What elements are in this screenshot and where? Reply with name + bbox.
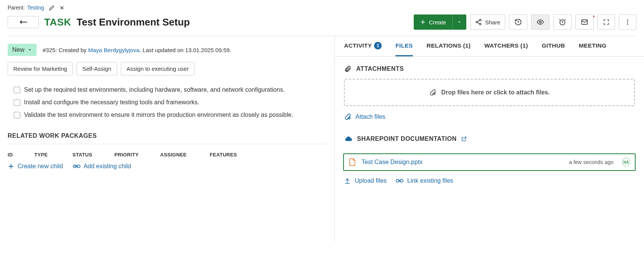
checklist-text: Install and configure the necessary test… [24, 98, 199, 107]
cloud-icon [344, 135, 352, 143]
checklist-item[interactable]: Install and configure the necessary test… [14, 98, 327, 107]
attachments-header: ATTACHMENTS [344, 65, 635, 73]
reminder-button[interactable] [553, 14, 572, 30]
tab-meeting[interactable]: MEETING [579, 36, 607, 56]
link-icon [73, 164, 80, 169]
create-dropdown-icon[interactable] [452, 14, 466, 30]
kebab-icon [624, 19, 631, 26]
review-button[interactable]: Review for Marketing [8, 62, 73, 75]
expand-icon [603, 19, 610, 26]
svg-point-2 [479, 23, 481, 25]
back-button[interactable] [8, 16, 39, 28]
svg-point-0 [479, 19, 481, 21]
create-button[interactable]: Create [414, 14, 466, 30]
self-assign-button[interactable]: Self-Assign [77, 62, 117, 75]
col-type: TYPE [34, 152, 72, 158]
more-button[interactable] [619, 14, 636, 30]
link-icon [396, 178, 403, 184]
activity-count-badge: 1 [374, 42, 382, 49]
edit-parent-icon[interactable] [49, 5, 55, 11]
checklist-item[interactable]: Validate the test environment to ensure … [14, 110, 327, 120]
work-package-title[interactable]: Test Environment Setup [77, 16, 190, 28]
parent-link[interactable]: Testing [27, 5, 44, 11]
upload-files-link[interactable]: Upload files [344, 177, 387, 185]
description-checklist: Set up the required test environments, i… [8, 85, 327, 120]
powerpoint-file-icon [348, 158, 356, 166]
attachment-dropzone[interactable]: Drop files here or click to attach files… [344, 79, 635, 106]
watch-button[interactable] [531, 14, 549, 30]
share-icon [475, 19, 482, 26]
add-existing-child-link[interactable]: Add existing child [73, 163, 131, 170]
related-header: RELATED WORK PACKAGES [8, 132, 327, 144]
file-name[interactable]: Test Case Design.pptx [361, 159, 564, 166]
checkbox-icon[interactable] [14, 99, 20, 106]
tab-relations[interactable]: RELATIONS (1) [427, 36, 471, 56]
clock-icon [559, 18, 566, 26]
checklist-item[interactable]: Set up the required test environments, i… [14, 85, 327, 95]
svg-point-3 [540, 21, 541, 23]
sharepoint-header: SHAREPOINT DOCUMENTATION [344, 135, 635, 143]
mail-icon [581, 18, 588, 26]
tab-files[interactable]: FILES [395, 36, 413, 56]
checklist-text: Validate the test environment to ensure … [24, 110, 293, 120]
assign-executing-user-button[interactable]: Assign to executing user [121, 62, 194, 75]
file-timestamp: a few seconds ago [569, 159, 613, 165]
tab-watchers[interactable]: WATCHERS (1) [484, 36, 528, 56]
create-label: Create [429, 19, 446, 26]
parent-breadcrumb: Parent: Testing [8, 5, 636, 11]
status-value: New [12, 46, 24, 53]
col-id: ID [8, 152, 34, 158]
related-column-headers: ID TYPE STATUS PRIORITY ASSIGNEE FEATURE… [8, 147, 327, 163]
fullscreen-button[interactable] [597, 14, 615, 30]
work-package-type: TASK [44, 16, 71, 28]
notification-button[interactable] [575, 14, 594, 30]
share-button[interactable]: Share [470, 14, 505, 30]
status-dropdown[interactable]: New [8, 44, 37, 56]
col-status: STATUS [72, 152, 114, 158]
meta-info: #325: Created by Maya Berdygylyjova. Las… [43, 47, 231, 53]
svg-point-6 [627, 19, 628, 21]
tab-github[interactable]: GITHUB [542, 36, 565, 56]
remove-parent-icon[interactable] [59, 5, 65, 11]
col-priority: PRIORITY [114, 152, 160, 158]
share-label: Share [485, 19, 500, 26]
svg-point-7 [627, 22, 628, 23]
history-button[interactable] [509, 14, 527, 30]
attach-icon [429, 89, 437, 96]
svg-point-8 [627, 24, 628, 25]
checkbox-icon[interactable] [14, 87, 20, 93]
file-author-avatar: NA [622, 158, 630, 166]
link-existing-files-link[interactable]: Link existing files [396, 177, 453, 185]
create-child-link[interactable]: Create new child [8, 163, 63, 170]
col-assignee: ASSIGNEE [160, 152, 210, 158]
detail-tabs: ACTIVITY 1 FILES RELATIONS (1) WATCHERS … [335, 36, 644, 57]
sharepoint-file-row[interactable]: Test Case Design.pptx a few seconds ago … [343, 153, 636, 171]
chevron-down-icon [27, 48, 32, 52]
checklist-text: Set up the required test environments, i… [24, 85, 285, 95]
col-features: FEATURES [210, 152, 327, 158]
parent-label: Parent: [8, 5, 25, 11]
external-link-icon[interactable] [461, 136, 467, 142]
attach-icon [344, 113, 352, 121]
svg-point-1 [476, 21, 478, 23]
paperclip-icon [344, 65, 352, 73]
plus-icon [8, 163, 14, 170]
tab-activity[interactable]: ACTIVITY 1 [344, 36, 382, 56]
checkbox-icon[interactable] [14, 112, 20, 118]
author-link[interactable]: Maya Berdygylyjova [88, 47, 139, 53]
eye-icon [536, 18, 544, 26]
history-icon [514, 18, 522, 26]
attach-files-link[interactable]: Attach files [344, 113, 635, 121]
upload-icon [344, 177, 351, 185]
